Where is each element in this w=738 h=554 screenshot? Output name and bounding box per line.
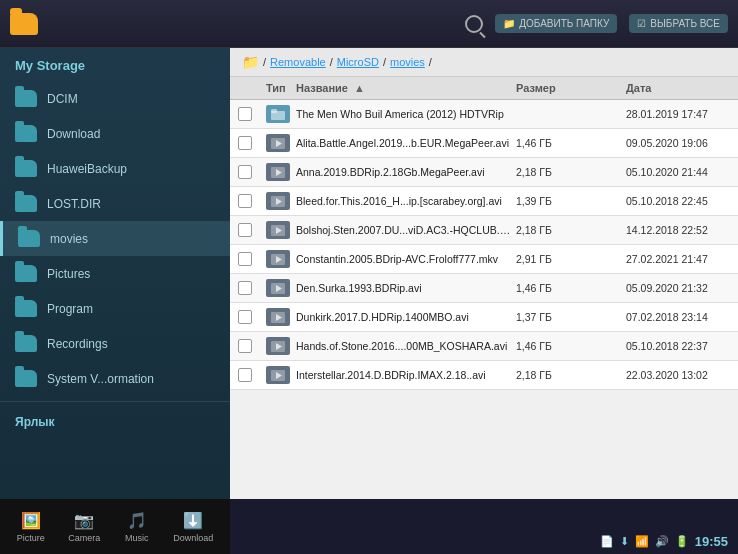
table-row[interactable]: Bleed.for.This.2016_H...ip.[scarabey.org… xyxy=(230,187,738,216)
breadcrumb-removable[interactable]: Removable xyxy=(270,56,326,68)
row-checkbox[interactable] xyxy=(238,165,252,179)
shortcut-camera[interactable]: 📷 Camera xyxy=(68,511,100,543)
breadcrumb-separator: / xyxy=(263,56,266,68)
file-date: 22.03.2020 13:02 xyxy=(626,369,738,381)
sidebar-item-huaweibackup[interactable]: HuaweiBackup xyxy=(0,151,230,186)
file-date: 05.09.2020 21:32 xyxy=(626,282,738,294)
row-checkbox[interactable] xyxy=(238,252,252,266)
sidebar-item-movies[interactable]: movies xyxy=(0,221,230,256)
file-name: Bleed.for.This.2016_H...ip.[scarabey.org… xyxy=(296,195,516,207)
file-type-icon xyxy=(266,105,290,123)
breadcrumb-sep3: / xyxy=(429,56,432,68)
row-checkbox[interactable] xyxy=(238,194,252,208)
camera-icon: 📷 xyxy=(71,511,97,531)
shortcut-music-label: Music xyxy=(125,533,149,543)
battery-icon: 🔋 xyxy=(675,535,689,548)
add-folder-label: ДОБАВИТЬ ПАПКУ xyxy=(519,18,609,29)
add-folder-button[interactable]: 📁 ДОБАВИТЬ ПАПКУ xyxy=(495,14,617,33)
sort-arrow-icon[interactable]: ▲ xyxy=(354,82,365,94)
row-checkbox[interactable] xyxy=(238,223,252,237)
clock: 19:55 xyxy=(695,534,728,549)
shortcut-music[interactable]: 🎵 Music xyxy=(124,511,150,543)
file-date: 05.10.2018 22:37 xyxy=(626,340,738,352)
row-checkbox[interactable] xyxy=(238,339,252,353)
breadcrumb-microsd[interactable]: MicroSD xyxy=(337,56,379,68)
select-all-button[interactable]: ☑ ВЫБРАТЬ ВСЕ xyxy=(629,14,728,33)
music-icon: 🎵 xyxy=(124,511,150,531)
folder-icon xyxy=(15,125,37,142)
row-checkbox[interactable] xyxy=(238,368,252,382)
table-row[interactable]: The Men Who Buil America (2012) HDTVRip … xyxy=(230,100,738,129)
file-type-icon xyxy=(266,163,290,181)
file-date: 07.02.2018 23:14 xyxy=(626,311,738,323)
breadcrumb-movies[interactable]: movies xyxy=(390,56,425,68)
header-date: Дата xyxy=(626,82,738,94)
sidebar-item-label: Download xyxy=(47,127,100,141)
file-type-icon xyxy=(266,337,290,355)
download-status-icon: ⬇ xyxy=(620,535,629,548)
sidebar-item-label: movies xyxy=(50,232,88,246)
file-name: Hands.of.Stone.2016....00MB_KOSHARA.avi xyxy=(296,340,516,352)
sidebar-item-lost-dir[interactable]: LOST.DIR xyxy=(0,186,230,221)
sidebar-item-system-info[interactable]: System V...ormation xyxy=(0,361,230,396)
file-date: 05.10.2018 22:45 xyxy=(626,195,738,207)
file-type-icon xyxy=(266,192,290,210)
table-header: Тип Название ▲ Размер Дата xyxy=(230,77,738,100)
file-size: 2,18 ГБ xyxy=(516,369,626,381)
file-name: Interstellar.2014.D.BDRip.IMAX.2.18..avi xyxy=(296,369,516,381)
sidebar-item-recordings[interactable]: Recordings xyxy=(0,326,230,361)
breadcrumb-sep1: / xyxy=(330,56,333,68)
shortcut-picture-label: Picture xyxy=(17,533,45,543)
file-date: 09.05.2020 19:06 xyxy=(626,137,738,149)
table-row[interactable]: Alita.Battle.Angel.2019...b.EUR.MegaPeer… xyxy=(230,129,738,158)
file-type-icon xyxy=(266,250,290,268)
shortcut-download-label: Download xyxy=(173,533,213,543)
file-type-icon xyxy=(266,308,290,326)
file-size: 2,18 ГБ xyxy=(516,224,626,236)
folder-icon xyxy=(15,335,37,352)
file-size: 1,39 ГБ xyxy=(516,195,626,207)
file-type-icon xyxy=(266,221,290,239)
download-icon: ⬇️ xyxy=(180,511,206,531)
sidebar-item-label: Recordings xyxy=(47,337,108,351)
signal-icon: 📶 xyxy=(635,535,649,548)
table-row[interactable]: Interstellar.2014.D.BDRip.IMAX.2.18..avi… xyxy=(230,361,738,390)
file-name: Constantin.2005.BDrip-AVC.Froloff777.mkv xyxy=(296,253,516,265)
sidebar-item-label: System V...ormation xyxy=(47,372,154,386)
folder-icon xyxy=(15,265,37,282)
top-bar: 📁 ДОБАВИТЬ ПАПКУ ☑ ВЫБРАТЬ ВСЕ xyxy=(0,0,738,48)
file-type-icon xyxy=(266,279,290,297)
file-date: 27.02.2021 21:47 xyxy=(626,253,738,265)
table-row[interactable]: Anna.2019.BDRip.2.18Gb.MegaPeer.avi 2,18… xyxy=(230,158,738,187)
shortcut-camera-label: Camera xyxy=(68,533,100,543)
sidebar-item-download[interactable]: Download xyxy=(0,116,230,151)
table-row[interactable]: Dunkirk.2017.D.HDRip.1400MBO.avi 1,37 ГБ… xyxy=(230,303,738,332)
sidebar-item-label: HuaweiBackup xyxy=(47,162,127,176)
folder-icon xyxy=(18,230,40,247)
table-row[interactable]: Hands.of.Stone.2016....00MB_KOSHARA.avi … xyxy=(230,332,738,361)
file-name: Alita.Battle.Angel.2019...b.EUR.MegaPeer… xyxy=(296,137,516,149)
table-row[interactable]: Constantin.2005.BDrip-AVC.Froloff777.mkv… xyxy=(230,245,738,274)
table-row[interactable]: Bolshoj.Sten.2007.DU...viD.AC3.-HQCLUB.a… xyxy=(230,216,738,245)
content-area: 📁 / Removable / MicroSD / movies / Тип Н… xyxy=(230,48,738,499)
header-size: Размер xyxy=(516,82,626,94)
file-date: 28.01.2019 17:47 xyxy=(626,108,738,120)
row-checkbox[interactable] xyxy=(238,281,252,295)
file-type-icon xyxy=(266,366,290,384)
table-row[interactable]: Den.Surka.1993.BDRip.avi 1,46 ГБ 05.09.2… xyxy=(230,274,738,303)
row-checkbox[interactable] xyxy=(238,136,252,150)
shortcut-download[interactable]: ⬇️ Download xyxy=(173,511,213,543)
row-checkbox[interactable] xyxy=(238,107,252,121)
file-name: Dunkirk.2017.D.HDRip.1400MBO.avi xyxy=(296,311,516,323)
sidebar-item-program[interactable]: Program xyxy=(0,291,230,326)
file-name: Den.Surka.1993.BDRip.avi xyxy=(296,282,516,294)
row-checkbox[interactable] xyxy=(238,310,252,324)
shortcut-picture[interactable]: 🖼️ Picture xyxy=(17,511,45,543)
search-icon[interactable] xyxy=(465,15,483,33)
breadcrumb: 📁 / Removable / MicroSD / movies / xyxy=(230,48,738,77)
file-name: The Men Who Buil America (2012) HDTVRip xyxy=(296,108,516,120)
folder-icon xyxy=(15,160,37,177)
sidebar-item-pictures[interactable]: Pictures xyxy=(0,256,230,291)
sidebar-item-label: LOST.DIR xyxy=(47,197,101,211)
sidebar-item-dcim[interactable]: DCIM xyxy=(0,81,230,116)
